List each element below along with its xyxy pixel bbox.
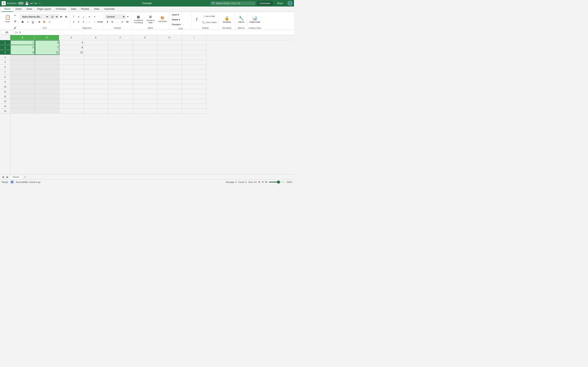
formula-input[interactable]: 1 (18, 31, 293, 34)
col-header-g[interactable]: G (133, 35, 157, 40)
cell-f15[interactable] (108, 109, 133, 114)
next-sheet-button[interactable]: ▶ (5, 175, 9, 179)
cell-a9[interactable] (10, 79, 35, 84)
more-icon[interactable]: ⋯ (38, 1, 41, 5)
cell-d11[interactable] (60, 89, 84, 94)
cell-g14[interactable] (133, 104, 157, 109)
sum-button[interactable]: Σ (193, 13, 200, 26)
currency-button[interactable]: $ (105, 20, 110, 24)
cell-d10[interactable] (60, 84, 84, 89)
cell-d4[interactable] (60, 55, 84, 60)
cell-styles-button[interactable]: 🎨 Cell Styles (157, 13, 168, 26)
cell-i10[interactable] (182, 84, 207, 89)
cell-h15[interactable] (157, 109, 182, 114)
cell-g5[interactable] (133, 60, 157, 65)
col-header-a[interactable]: A (10, 35, 35, 40)
cell-i13[interactable] (182, 99, 207, 104)
cell-a1[interactable]: 1 (10, 40, 35, 45)
cell-g6[interactable] (133, 65, 157, 69)
fill-color-button[interactable]: 🎨 (42, 20, 47, 24)
col-header-e[interactable]: E (84, 35, 108, 40)
add-sheet-button[interactable]: + (23, 175, 27, 179)
border-button[interactable]: ⊞ (37, 20, 42, 24)
cell-g15[interactable] (133, 109, 157, 114)
format-cells-button[interactable]: Format ▾ (171, 22, 182, 27)
cell-e7[interactable] (84, 69, 108, 75)
cell-f11[interactable] (108, 89, 133, 94)
cell-h8[interactable] (157, 75, 182, 79)
search-bar[interactable]: 🔍 Search (Cmd + Ctrl + U) (210, 1, 255, 5)
row-header-1[interactable]: 1 (0, 40, 10, 45)
cell-f12[interactable] (108, 94, 133, 99)
cell-reference-input[interactable]: A1 (1, 30, 13, 34)
align-middle-button[interactable]: ≡ (76, 15, 81, 19)
autosave-toggle[interactable] (18, 2, 24, 5)
page-break-view-icon[interactable]: ⊠ (265, 181, 267, 183)
cell-g1[interactable] (133, 40, 157, 45)
row-header-9[interactable]: 9 (0, 79, 10, 84)
cell-i4[interactable] (182, 55, 207, 60)
cell-c1[interactable]: 3 (35, 40, 60, 45)
cell-i7[interactable] (182, 69, 207, 75)
align-right-button[interactable]: ≡ (81, 20, 86, 24)
cell-h14[interactable] (157, 104, 182, 109)
normal-view-icon[interactable]: ⊞ (258, 181, 260, 183)
comma-button[interactable]: , (115, 20, 120, 24)
cell-i3[interactable] (182, 50, 207, 55)
cell-g13[interactable] (133, 99, 157, 104)
cell-a6[interactable] (10, 65, 35, 69)
cell-g2[interactable] (133, 45, 157, 50)
bold-button[interactable]: B (20, 20, 25, 24)
decrease-font-button[interactable]: A↓ (64, 15, 69, 19)
cell-f8[interactable] (108, 75, 133, 79)
cell-f1[interactable] (108, 40, 133, 45)
row-header-5[interactable]: 5 (0, 60, 10, 65)
cell-a11[interactable] (10, 89, 35, 94)
cell-d2[interactable]: 8 (60, 45, 84, 50)
cell-i9[interactable] (182, 79, 207, 84)
cell-c4[interactable] (35, 55, 60, 60)
cell-f2[interactable] (108, 45, 133, 50)
cell-h9[interactable] (157, 79, 182, 84)
cell-f5[interactable] (108, 60, 133, 65)
cell-f14[interactable] (108, 104, 133, 109)
col-header-f[interactable]: F (108, 35, 133, 40)
number-format-dropdown[interactable]: ▼ (126, 15, 130, 19)
cell-h10[interactable] (157, 84, 182, 89)
cell-e14[interactable] (84, 104, 108, 109)
underline-button[interactable]: U (31, 20, 35, 24)
cell-a8[interactable] (10, 75, 35, 79)
row-header-12[interactable]: 12 (0, 94, 10, 99)
cell-h1[interactable] (157, 40, 182, 45)
cell-d6[interactable] (60, 65, 84, 69)
cell-d3[interactable]: 12 (60, 50, 84, 55)
cell-h6[interactable] (157, 65, 182, 69)
cell-i2[interactable] (182, 45, 207, 50)
cell-d9[interactable] (60, 79, 84, 84)
cell-h12[interactable] (157, 94, 182, 99)
cell-e13[interactable] (84, 99, 108, 104)
cell-d8[interactable] (60, 75, 84, 79)
redo-icon[interactable]: ↪ (34, 1, 37, 5)
col-header-h[interactable]: H (157, 35, 182, 40)
cell-h4[interactable] (157, 55, 182, 60)
tab-insert[interactable]: Insert (13, 7, 24, 12)
cell-d13[interactable] (60, 99, 84, 104)
cell-f13[interactable] (108, 99, 133, 104)
cell-c14[interactable] (35, 104, 60, 109)
cell-c9[interactable] (35, 79, 60, 84)
increase-font-button[interactable]: A↑ (59, 15, 64, 19)
insert-cells-button[interactable]: Insert ▾ (171, 12, 180, 17)
font-name-select[interactable]: Aptos Narrow (Bo... (20, 15, 49, 19)
conditional-formatting-button[interactable]: ▦ Conditional Formatting (133, 13, 144, 26)
cell-d14[interactable] (60, 104, 84, 109)
cell-i15[interactable] (182, 109, 207, 114)
cell-h3[interactable] (157, 50, 182, 55)
cell-h7[interactable] (157, 69, 182, 75)
undo-icon[interactable]: ↩ (30, 1, 33, 5)
cell-c8[interactable] (35, 75, 60, 79)
cell-c12[interactable] (35, 94, 60, 99)
cell-f7[interactable] (108, 69, 133, 75)
cell-h5[interactable] (157, 60, 182, 65)
cell-e12[interactable] (84, 94, 108, 99)
